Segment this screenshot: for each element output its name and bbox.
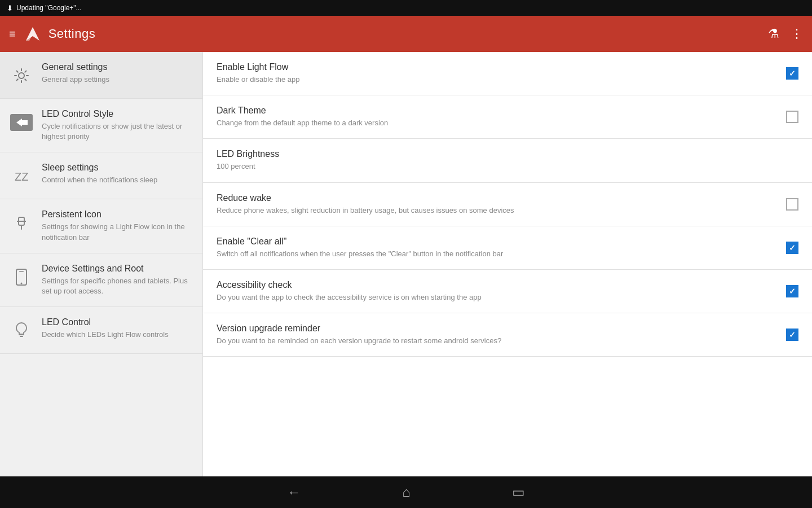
checkbox-visual-accessibility-check[interactable]	[786, 285, 798, 297]
setting-row-reduce-wake[interactable]: Reduce wakeReduce phone wakes, slight re…	[203, 183, 812, 226]
sidebar-item-subtitle: Settings for specific phones and tablets…	[42, 276, 193, 296]
setting-row-subtitle: Switch off all notifications when the us…	[217, 249, 777, 259]
home-button[interactable]: ⌂	[402, 484, 411, 500]
setting-row-title: LED Brightness	[217, 149, 798, 159]
setting-row-dark-theme[interactable]: Dark ThemeChange from the default app th…	[203, 95, 812, 139]
app-bar-title: Settings	[48, 27, 96, 41]
status-bar-update-text: Updating "Google+"...	[16, 4, 82, 12]
setting-row-title: Enable Light Flow	[217, 62, 777, 72]
setting-row-text: Version upgrade reminderDo you want to b…	[217, 323, 777, 346]
status-bar: ⬇ Updating "Google+"...	[0, 0, 812, 16]
sidebar-item-subtitle: Decide which LEDs Light Flow controls	[42, 330, 193, 340]
arrow-icon	[9, 110, 34, 135]
setting-row-title: Dark Theme	[217, 106, 777, 116]
checkbox-reduce-wake[interactable]	[786, 198, 798, 211]
main-content: General settingsGeneral app settings LED…	[0, 52, 812, 476]
setting-row-subtitle: Change from the default app theme to a d…	[217, 118, 777, 128]
sidebar: General settingsGeneral app settings LED…	[0, 52, 203, 476]
app-logo-icon	[23, 24, 43, 44]
setting-row-text: Enable "Clear all"Switch off all notific…	[217, 237, 777, 259]
sidebar-item-title: Persistent Icon	[42, 209, 193, 220]
sidebar-item-text: LED ControlDecide which LEDs Light Flow …	[42, 317, 193, 340]
sidebar-item-text: Device Settings and RootSettings for spe…	[42, 264, 193, 296]
setting-row-enable-clear-all[interactable]: Enable "Clear all"Switch off all notific…	[203, 226, 812, 270]
checkbox-dark-theme[interactable]	[786, 111, 798, 123]
svg-rect-6	[17, 127, 20, 130]
setting-row-text: Accessibility checkDo you want the app t…	[217, 280, 777, 303]
back-button[interactable]: ←	[287, 484, 301, 500]
sidebar-item-text: Sleep settingsControl when the notificat…	[42, 163, 193, 185]
sidebar-item-title: General settings	[42, 62, 193, 72]
sidebar-item-led-control[interactable]: LED ControlDecide which LEDs Light Flow …	[0, 307, 202, 354]
checkbox-enable-light-flow[interactable]	[786, 67, 798, 80]
menu-icon[interactable]: ≡	[9, 28, 16, 41]
checkbox-visual-version-upgrade-reminder[interactable]	[786, 329, 798, 341]
checkbox-visual-enable-light-flow[interactable]	[786, 67, 798, 80]
pin-icon	[9, 211, 34, 235]
setting-row-text: Dark ThemeChange from the default app th…	[217, 106, 777, 128]
setting-row-text: LED Brightness100 percent	[217, 149, 798, 172]
sidebar-item-title: LED Control	[42, 317, 193, 327]
setting-row-title: Version upgrade reminder	[217, 323, 777, 334]
checkbox-visual-dark-theme[interactable]	[786, 111, 798, 123]
setting-row-led-brightness[interactable]: LED Brightness100 percent	[203, 139, 812, 182]
more-options-icon[interactable]: ⋮	[791, 27, 803, 41]
svg-point-10	[21, 282, 23, 284]
sidebar-item-device-settings[interactable]: Device Settings and RootSettings for spe…	[0, 253, 202, 307]
setting-row-text: Reduce wakeReduce phone wakes, slight re…	[217, 193, 777, 216]
app-bar-actions: ⚗ ⋮	[768, 27, 803, 41]
sidebar-item-title: Sleep settings	[42, 163, 193, 173]
svg-rect-5	[22, 120, 28, 125]
bottom-nav-bar: ← ⌂ ▭	[0, 476, 812, 508]
sidebar-item-subtitle: Cycle notifications or show just the lat…	[42, 121, 193, 142]
setting-row-subtitle: Do you want to be reminded on each versi…	[217, 336, 777, 346]
sidebar-item-subtitle: Settings for showing a Light Flow icon i…	[42, 222, 193, 242]
setting-row-enable-light-flow[interactable]: Enable Light FlowEnable or disable the a…	[203, 52, 812, 95]
setting-row-title: Reduce wake	[217, 193, 777, 203]
sidebar-item-persistent-icon[interactable]: Persistent IconSettings for showing a Li…	[0, 199, 202, 253]
labs-icon[interactable]: ⚗	[768, 27, 779, 41]
recents-button[interactable]: ▭	[512, 484, 525, 500]
status-bar-left: ⬇ Updating "Google+"...	[7, 4, 82, 12]
settings-panel: Enable Light FlowEnable or disable the a…	[203, 52, 812, 476]
sidebar-item-text: Persistent IconSettings for showing a Li…	[42, 209, 193, 242]
checkbox-visual-reduce-wake[interactable]	[786, 198, 798, 211]
sidebar-item-text: General settingsGeneral app settings	[42, 62, 193, 85]
sidebar-item-subtitle: General app settings	[42, 75, 193, 85]
setting-row-subtitle: Enable or disable the app	[217, 75, 777, 85]
setting-row-text: Enable Light FlowEnable or disable the a…	[217, 62, 777, 85]
setting-row-version-upgrade-reminder[interactable]: Version upgrade reminderDo you want to b…	[203, 313, 812, 357]
sidebar-item-led-control-style[interactable]: LED Control StyleCycle notifications or …	[0, 99, 202, 152]
app-bar: ≡ Settings ⚗ ⋮	[0, 16, 812, 52]
sidebar-item-title: LED Control Style	[42, 109, 193, 119]
svg-rect-13	[20, 336, 23, 337]
gear-icon	[9, 63, 34, 88]
sidebar-item-text: LED Control StyleCycle notifications or …	[42, 109, 193, 142]
sidebar-item-subtitle: Control when the notifications sleep	[42, 175, 193, 185]
setting-row-title: Enable "Clear all"	[217, 237, 777, 247]
svg-text:ZZ: ZZ	[15, 170, 28, 183]
checkbox-accessibility-check[interactable]	[786, 285, 798, 297]
sidebar-item-general[interactable]: General settingsGeneral app settings	[0, 52, 202, 99]
sleep-icon: ZZ	[9, 164, 34, 189]
checkbox-visual-enable-clear-all[interactable]	[786, 242, 798, 254]
setting-row-title: Accessibility check	[217, 280, 777, 290]
svg-rect-12	[19, 334, 24, 335]
sidebar-item-sleep-settings[interactable]: ZZ Sleep settingsControl when the notifi…	[0, 152, 202, 199]
bulb-icon	[9, 318, 34, 343]
checkbox-version-upgrade-reminder[interactable]	[786, 329, 798, 341]
phone-icon	[9, 265, 34, 290]
setting-row-accessibility-check[interactable]: Accessibility checkDo you want the app t…	[203, 270, 812, 313]
svg-rect-11	[19, 271, 24, 272]
app-logo: Settings	[23, 24, 96, 44]
checkbox-enable-clear-all[interactable]	[786, 242, 798, 254]
download-icon: ⬇	[7, 4, 13, 12]
setting-row-subtitle: Reduce phone wakes, slight reduction in …	[217, 205, 777, 216]
sidebar-item-title: Device Settings and Root	[42, 264, 193, 274]
setting-row-subtitle: 100 percent	[217, 161, 798, 172]
svg-point-2	[19, 73, 24, 78]
setting-row-subtitle: Do you want the app to check the accessi…	[217, 292, 777, 303]
